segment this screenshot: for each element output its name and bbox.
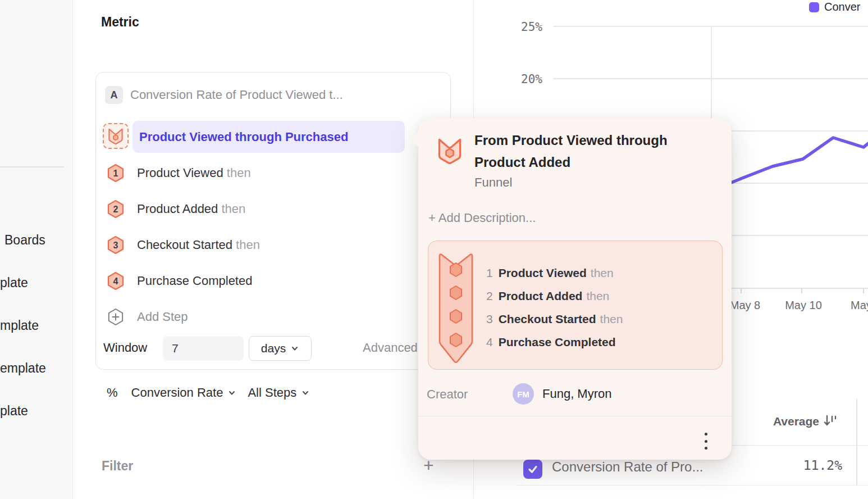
svg-text:2: 2 xyxy=(113,205,118,214)
step-2-connector: then xyxy=(221,202,245,216)
add-step-button[interactable]: Add Step xyxy=(107,308,276,326)
popover-funnel-icon xyxy=(437,137,462,166)
creator-name: Fung, Myron xyxy=(542,387,612,401)
check-icon xyxy=(527,464,538,475)
sidebar-item-boards[interactable]: Boards xyxy=(4,233,45,248)
series-visibility-checkbox[interactable] xyxy=(523,460,542,479)
sidebar-item-template-4[interactable]: plate xyxy=(0,403,28,419)
funnel-step-2[interactable]: 2 Product Added then xyxy=(107,199,421,219)
popover-step-2: 2 Product Added then xyxy=(486,284,623,307)
funnel-banner-icon xyxy=(437,252,474,365)
step-1-name: Product Viewed xyxy=(137,166,223,180)
svg-text:3: 3 xyxy=(113,241,118,250)
popover-footer-divider xyxy=(418,416,732,416)
all-steps-dropdown[interactable]: All Steps xyxy=(248,385,310,400)
funnel-step-3[interactable]: 3 Checkout Started then xyxy=(107,235,421,255)
chevron-down-icon xyxy=(301,388,310,397)
svg-text:1: 1 xyxy=(113,169,118,178)
average-column-header[interactable]: Average xyxy=(719,414,838,429)
window-value-input[interactable] xyxy=(163,336,244,361)
percent-symbol: % xyxy=(107,385,118,400)
selected-funnel-name[interactable]: Product Viewed through Purchased xyxy=(133,121,405,153)
sidebar-item-template-2[interactable]: mplate xyxy=(0,318,39,333)
sidebar-divider xyxy=(0,166,64,167)
metric-title[interactable]: Conversion Rate of Product Viewed t... xyxy=(130,88,343,102)
metric-card: A Conversion Rate of Product Viewed t...… xyxy=(95,72,451,370)
table-column-divider xyxy=(856,399,857,485)
step-1-connector: then xyxy=(227,166,251,180)
conversion-rate-dropdown[interactable]: Conversion Rate xyxy=(131,385,237,400)
funnel-details-popover: From Product Viewed through Product Adde… xyxy=(418,118,732,460)
svg-text:4: 4 xyxy=(113,276,118,286)
step-4-name: Purchase Completed xyxy=(137,274,252,288)
sort-descending-icon xyxy=(823,414,838,429)
ytick-label-25: 25% xyxy=(521,20,542,34)
creator-avatar[interactable]: FM xyxy=(513,383,534,405)
popover-step-1: 1 Product Viewed then xyxy=(486,261,623,284)
step-3-hexagon-badge: 3 xyxy=(107,235,125,255)
popover-steps-card: 1 Product Viewed then 2 Product Added th… xyxy=(428,241,723,370)
table-row-metric-label: Conversion Rate of Pro... xyxy=(552,459,720,475)
step-2-name: Product Added xyxy=(137,202,218,216)
more-options-kebab-button[interactable] xyxy=(700,432,711,451)
funnel-step-1[interactable]: 1 Product Viewed then xyxy=(107,164,421,183)
sidebar: Boards plate mplate emplate plate xyxy=(0,0,73,499)
measure-row: % Conversion Rate All Steps xyxy=(107,385,310,400)
table-row-average-value: 11.2% xyxy=(769,458,842,473)
metric-section-heading: Metric xyxy=(101,15,139,30)
ytick-label-20: 20% xyxy=(521,72,542,86)
selected-funnel-label: Product Viewed through Purchased xyxy=(139,130,348,144)
add-step-hexagon-icon xyxy=(107,308,124,326)
average-header-label: Average xyxy=(773,415,819,428)
xtick-label-may12: May xyxy=(851,299,868,311)
window-unit-select[interactable]: days xyxy=(249,336,312,361)
popover-title: From Product Viewed through Product Adde… xyxy=(474,129,710,173)
chevron-down-icon xyxy=(290,344,299,353)
metric-a-badge: A xyxy=(105,86,123,104)
conversion-rate-label: Conversion Rate xyxy=(131,385,223,400)
add-step-label: Add Step xyxy=(137,310,188,324)
xtick-label-may8: May 8 xyxy=(730,299,760,311)
step-2-hexagon-badge: 2 xyxy=(107,199,125,219)
table-row-underline xyxy=(517,485,868,486)
step-3-name: Checkout Started xyxy=(137,238,232,252)
sidebar-item-template-1[interactable]: plate xyxy=(0,275,28,291)
step-4-hexagon-badge: 4 xyxy=(107,271,125,291)
xtick-label-may10: May 10 xyxy=(785,299,822,311)
funnel-step-4[interactable]: 4 Purchase Completed xyxy=(107,271,421,291)
creator-label: Creator xyxy=(427,387,468,402)
funnel-icon xyxy=(108,128,124,144)
funnel-icon-selected[interactable] xyxy=(103,123,129,149)
sidebar-item-template-3[interactable]: emplate xyxy=(0,361,46,376)
popover-step-3: 3 Checkout Started then xyxy=(486,307,623,330)
window-label: Window xyxy=(103,341,147,355)
add-description-button[interactable]: + Add Description... xyxy=(428,211,536,225)
popover-entity-type: Funnel xyxy=(474,175,512,190)
conversion-rate-line-series xyxy=(727,138,868,184)
step-3-connector: then xyxy=(236,238,260,252)
popover-step-4: 4 Purchase Completed xyxy=(486,330,623,353)
popover-steps-list: 1 Product Viewed then 2 Product Added th… xyxy=(486,261,623,353)
window-unit-value: days xyxy=(261,342,286,355)
filter-section-heading: Filter xyxy=(102,459,133,474)
step-1-hexagon-badge: 1 xyxy=(107,164,125,183)
all-steps-label: All Steps xyxy=(248,385,296,400)
advanced-link[interactable]: Advanced xyxy=(363,341,418,355)
chevron-down-icon xyxy=(227,388,236,397)
